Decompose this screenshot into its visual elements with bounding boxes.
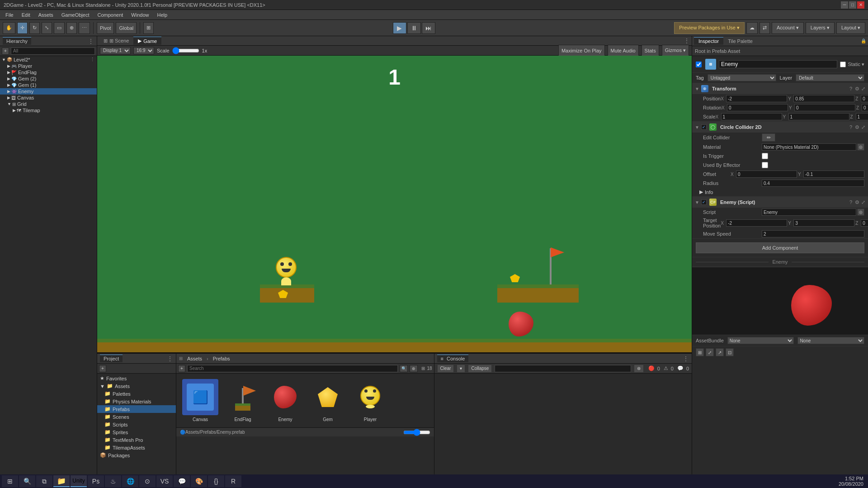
taskbar-unity2[interactable]: ⊙ — [139, 475, 156, 487]
transform-header[interactable]: ▼ ⊕ Transform ? ⚙ ⤢ — [692, 83, 868, 94]
collider-enabled-checkbox[interactable]: ✓ — [701, 124, 707, 130]
tp-x-input[interactable] — [726, 219, 787, 227]
scale-slider[interactable] — [172, 47, 199, 54]
clear-button[interactable]: Clear — [437, 365, 454, 373]
hand-tool-button[interactable]: ✋ — [3, 22, 15, 34]
assets-breadcrumb-assets[interactable]: Assets — [187, 356, 202, 361]
hierarchy-search-input[interactable] — [11, 47, 95, 55]
window-controls[interactable]: ─ □ ✕ — [841, 1, 864, 9]
menu-window[interactable]: Window — [127, 11, 152, 19]
is-trigger-checkbox[interactable] — [762, 153, 768, 159]
info-row[interactable]: ▶ Info — [692, 188, 868, 196]
custom-tool-button[interactable]: ⋯ — [79, 22, 90, 34]
material-input[interactable] — [762, 143, 856, 151]
taskbar-photoshop2[interactable]: 🎨 — [191, 475, 207, 487]
hierarchy-item-endflag[interactable]: ▶ 🚩 EndFlag — [0, 69, 97, 76]
project-tilemapassets[interactable]: 📁 TilemapAssets — [97, 444, 176, 451]
global-button[interactable]: Global — [116, 22, 137, 34]
grid-button[interactable]: ⊞ — [143, 22, 154, 34]
edit-collider-button[interactable]: ✏ — [762, 133, 775, 142]
static-checkbox[interactable] — [840, 62, 846, 67]
asset-item-canvas[interactable]: 🟦 Canvas — [180, 377, 221, 424]
inspector-tab[interactable]: Inspector — [694, 37, 723, 45]
project-scripts[interactable]: 📁 Scripts — [97, 421, 176, 428]
asset-item-enemy[interactable]: Enemy — [265, 377, 306, 424]
offset-y-input[interactable] — [803, 171, 864, 178]
hierarchy-add-button[interactable]: + — [2, 47, 9, 55]
asset-item-endflag[interactable]: EndFlag — [222, 377, 263, 424]
cloud-button[interactable]: ☁ — [746, 22, 758, 34]
asset-bundle-select-1[interactable]: None — [727, 337, 794, 344]
transform-expand-icon[interactable]: ⤢ — [861, 86, 865, 92]
project-packages[interactable]: 📦 Packages — [97, 451, 176, 459]
hierarchy-item-gem1[interactable]: ▶ 💎 Gem (1) — [0, 82, 97, 88]
project-options-icon[interactable]: ⋮ — [167, 355, 173, 362]
collider-help-icon[interactable]: ? — [849, 124, 852, 130]
project-sprites[interactable]: 📁 Sprites — [97, 428, 176, 436]
project-favorites[interactable]: ★ Favorites — [97, 374, 176, 382]
asset-size-slider[interactable] — [403, 429, 430, 436]
object-active-toggle[interactable] — [696, 62, 702, 67]
project-scenes[interactable]: 📁 Scenes — [97, 413, 176, 421]
scale-tool-button[interactable]: ⤡ — [42, 22, 52, 34]
project-tab[interactable]: Project — [100, 355, 123, 362]
step-button[interactable]: ⏭ — [422, 22, 435, 34]
inspector-lock-icon[interactable]: 🔒 — [861, 38, 866, 43]
taskbar-ps[interactable]: Ps — [88, 475, 104, 487]
hierarchy-item-canvas[interactable]: ▶ 🖼 Canvas — [0, 95, 97, 101]
maximize-on-play-button[interactable]: Maximize On Play — [558, 45, 605, 57]
hierarchy-item-enemy[interactable]: ▶ 👾 Enemy — [0, 88, 97, 95]
pivot-button[interactable]: Pivot — [97, 22, 114, 34]
mute-audio-button[interactable]: Mute Audio — [608, 45, 639, 57]
rect-tool-button[interactable]: ▭ — [54, 22, 65, 34]
taskbar-steam[interactable]: ♨ — [105, 475, 121, 487]
root-options-icon[interactable]: ⋮ — [90, 57, 95, 62]
hierarchy-item-tilemap[interactable]: ▶ 🗺 Tilemap — [0, 107, 97, 114]
inspect-icon-4[interactable]: ⊡ — [726, 348, 734, 356]
object-name-input[interactable] — [719, 60, 837, 68]
radius-input[interactable] — [762, 180, 864, 187]
project-assets[interactable]: ▼ 📁 Assets — [97, 382, 176, 390]
asset-item-player[interactable]: Player — [350, 377, 391, 424]
assets-breadcrumb-prefabs[interactable]: Prefabs — [213, 356, 230, 361]
taskbar-vscode[interactable]: {} — [208, 475, 224, 487]
game-view-tab[interactable]: ▶ Game — [133, 37, 161, 45]
maximize-button[interactable]: □ — [849, 1, 856, 9]
script-pick-button[interactable]: ◎ — [857, 208, 864, 216]
pos-z-input[interactable] — [861, 95, 868, 102]
add-component-button[interactable]: Add Component — [696, 242, 864, 253]
layer-select[interactable]: Default — [796, 74, 864, 81]
menu-file[interactable]: File — [2, 11, 17, 19]
menu-edit[interactable]: Edit — [18, 11, 34, 19]
tp-z-input[interactable] — [861, 219, 868, 227]
rot-y-input[interactable] — [794, 104, 855, 111]
asset-bundle-select-2[interactable]: None — [797, 337, 864, 344]
hierarchy-root-item[interactable]: ▼ 📦 Level2* ⋮ — [0, 56, 97, 63]
script-input[interactable] — [762, 208, 856, 216]
assets-filter-button[interactable]: ⊛ — [410, 365, 418, 372]
start-button[interactable]: ⊞ — [2, 475, 18, 487]
taskbar-unity[interactable]: Unity — [71, 475, 87, 487]
menu-gameobject[interactable]: GameObject — [58, 11, 93, 19]
hierarchy-options-icon[interactable]: ⋮ — [88, 38, 94, 45]
console-search-input[interactable] — [495, 365, 631, 372]
hierarchy-item-player[interactable]: ▶ 🎮 Player — [0, 63, 97, 69]
taskbar-chrome[interactable]: 🌐 — [122, 475, 138, 487]
project-textmesh[interactable]: 📁 TextMesh Pro — [97, 436, 176, 444]
menu-component[interactable]: Component — [94, 11, 127, 19]
rot-x-input[interactable] — [727, 104, 788, 111]
stats-button[interactable]: Stats — [642, 45, 659, 57]
enemy-script-header[interactable]: ▼ ✓ C# Enemy (Script) ? ⚙ ⤢ — [692, 197, 868, 208]
pause-button[interactable]: ⏸ — [407, 22, 421, 34]
close-button[interactable]: ✕ — [857, 1, 864, 9]
console-tab[interactable]: ≡ Console — [437, 355, 469, 362]
inspect-icon-1[interactable]: ⊞ — [696, 348, 704, 356]
tile-palette-tab[interactable]: Tile Palette — [723, 38, 757, 45]
project-prefabs[interactable]: 📁 Prefabs — [97, 405, 176, 413]
hierarchy-item-grid[interactable]: ▼ ⊞ Grid — [0, 101, 97, 107]
play-button[interactable]: ▶ — [393, 22, 406, 34]
aspect-select[interactable]: 16:9 — [133, 47, 154, 54]
collider-cog-icon[interactable]: ⚙ — [855, 124, 859, 130]
hierarchy-tab[interactable]: Hierarchy — [3, 37, 31, 45]
clear-dropdown-button[interactable]: ▾ — [457, 365, 465, 373]
